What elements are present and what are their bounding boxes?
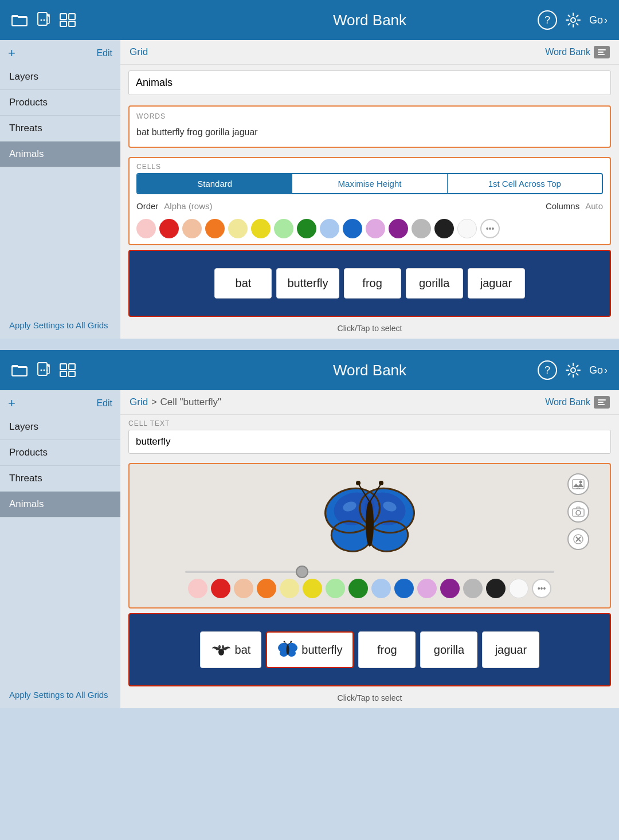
content-panel-1: Word Bank ? Go › [120,0,619,339]
swatch2-orange[interactable] [257,579,276,598]
svg-rect-27 [598,399,606,401]
sidebar-item-layers-2[interactable]: Layers [0,414,120,440]
grid-layout-icon[interactable] [60,13,76,27]
sidebar-item-animals[interactable]: Animals [0,142,120,167]
swatch-green[interactable] [297,219,316,238]
cell-text-input[interactable] [128,430,611,454]
butterfly-image [321,473,418,565]
swatch2-purple[interactable] [440,579,460,598]
sidebar-item-threats-2[interactable]: Threats [0,466,120,492]
tab-1st-cell-across-top[interactable]: 1st Cell Across Top [448,174,602,193]
image-from-url-btn[interactable] [567,473,589,495]
swatch-orange[interactable] [205,219,225,238]
breadcrumb-grid-2[interactable]: Grid [130,397,148,408]
word-cell-jaguar-2[interactable]: jaguar [482,631,539,668]
go-btn-1[interactable]: Go › [589,14,608,26]
word-cell-frog-1[interactable]: frog [344,268,401,299]
columns-label: Columns [546,201,579,211]
swatch2-white[interactable] [509,579,528,598]
help-icon-1[interactable]: ? [538,10,557,30]
image-controls [567,473,589,550]
app-title-2: Word Bank [333,362,406,379]
tab-maximise-height[interactable]: Maximise Height [292,174,447,193]
sidebar-item-products[interactable]: Products [0,90,120,116]
swatch-red[interactable] [159,219,179,238]
word-cell-butterfly-1[interactable]: butterfly [276,268,339,299]
sidebar-item-threats[interactable]: Threats [0,116,120,142]
tab-standard[interactable]: Standard [138,174,292,193]
wordbank-link-2[interactable]: Word Bank [545,396,610,409]
swatch-blue[interactable] [343,219,362,238]
swatch-yellow[interactable] [251,219,271,238]
wordbank-link-1[interactable]: Word Bank [545,46,610,58]
image-edit-box: ••• [128,463,611,609]
swatch2-blue-light[interactable] [371,579,391,598]
grid-layout-icon-2[interactable] [60,363,76,377]
swatch2-green[interactable] [348,579,368,598]
image-camera-btn[interactable] [567,501,589,523]
swatch-gray[interactable] [412,219,431,238]
image-size-slider[interactable] [185,571,555,573]
swatch2-yellow-light[interactable] [280,579,299,598]
svg-point-5 [46,19,48,21]
file-dots-icon[interactable] [37,12,50,28]
bat-icon [211,642,232,658]
settings-icon-1[interactable] [565,12,581,28]
image-remove-btn[interactable] [567,528,589,550]
swatch2-gray[interactable] [463,579,483,598]
swatch-blue-light[interactable] [320,219,339,238]
go-btn-2[interactable]: Go › [589,364,608,376]
swatch2-green-light[interactable] [326,579,345,598]
swatch-black[interactable] [434,219,454,238]
more-colors-btn-2[interactable]: ••• [532,579,551,598]
file-dots-icon-2[interactable] [37,362,50,378]
app-bar-2-left [0,350,120,390]
words-text: bat butterfly frog gorilla jaguar [136,124,603,141]
swatch2-red[interactable] [211,579,230,598]
swatch2-black[interactable] [486,579,506,598]
swatch-green-light[interactable] [274,219,293,238]
sidebar-item-layers[interactable]: Layers [0,64,120,90]
swatch-white[interactable] [457,219,477,238]
word-cell-frog-2[interactable]: frog [358,631,416,668]
svg-point-63 [287,645,289,655]
word-cell-gorilla-1[interactable]: gorilla [406,268,463,299]
grid-name-input[interactable] [128,70,611,95]
swatch-purple[interactable] [389,219,408,238]
swatch2-blue[interactable] [394,579,414,598]
more-colors-btn-1[interactable]: ••• [480,219,500,238]
wordbank-icon-1 [594,46,610,58]
apply-all-grids-link-2[interactable]: Apply Settings to All Grids [9,690,108,700]
sidebar-item-animals-2[interactable]: Animals [0,492,120,517]
breadcrumb-1[interactable]: Grid [130,46,148,58]
swatch2-purple-light[interactable] [417,579,437,598]
swatch2-peach[interactable] [234,579,253,598]
sidebar-add-btn[interactable]: + [8,46,15,61]
settings-icon-2[interactable] [565,362,581,378]
swatch2-pink-light[interactable] [188,579,207,598]
swatch-pink-light[interactable] [136,219,156,238]
apply-all-grids-link-1[interactable]: Apply Settings to All Grids [9,320,108,330]
breadcrumb-cell-label: Cell "butterfly" [160,397,221,408]
word-cell-bat-2[interactable]: bat [200,631,262,668]
swatch2-yellow[interactable] [303,579,322,598]
sidebar-item-products-2[interactable]: Products [0,440,120,466]
sidebar-edit-btn[interactable]: Edit [96,48,112,58]
word-cell-jaguar-1[interactable]: jaguar [468,268,525,299]
cells-label: CELLS [130,158,610,173]
word-cell-gorilla-2[interactable]: gorilla [420,631,477,668]
folder-icon[interactable] [11,13,28,27]
swatch-peach[interactable] [182,219,202,238]
svg-point-10 [571,18,575,22]
sidebar-add-btn-2[interactable]: + [8,396,15,411]
folder-icon-2[interactable] [11,363,28,377]
swatch-purple-light[interactable] [366,219,385,238]
swatch-yellow-light[interactable] [228,219,248,238]
cell-text-label: CELL TEXT [128,419,611,427]
help-icon-2[interactable]: ? [538,360,557,380]
word-cell-butterfly-2[interactable]: butterfly [266,631,354,668]
sidebar-edit-btn-2[interactable]: Edit [96,398,112,409]
sidebar-header-1: + Edit [0,40,120,64]
order-group: Order Alpha (rows) [136,201,213,211]
word-cell-bat-1[interactable]: bat [214,268,272,299]
